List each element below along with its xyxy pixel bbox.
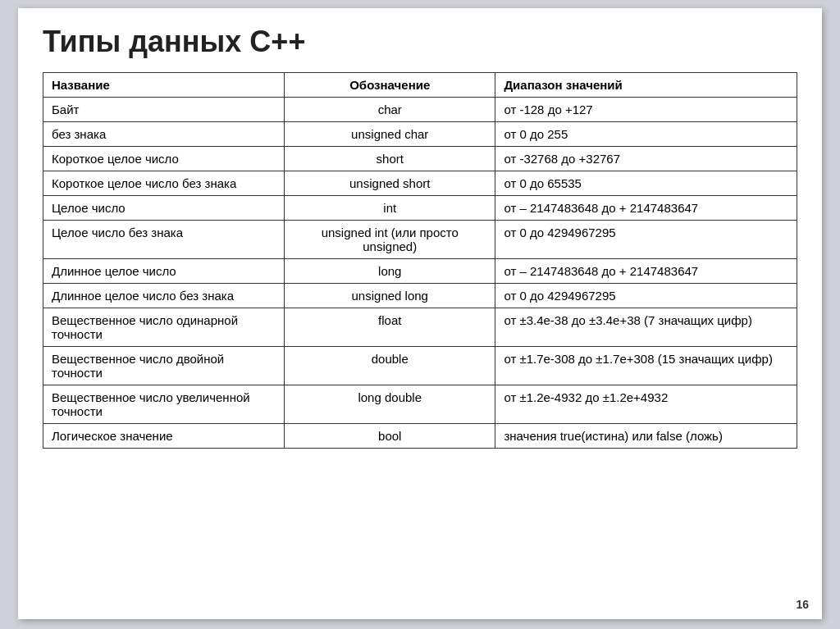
table-row: Короткое целое числоshortот -32768 до +3… bbox=[43, 147, 797, 171]
cell-notation: unsigned char bbox=[285, 122, 495, 147]
cell-name: без знака bbox=[43, 122, 285, 147]
cell-range: от ±3.4е-38 до ±3.4е+38 (7 значащих цифр… bbox=[495, 308, 797, 347]
cell-range: от 0 до 65535 bbox=[495, 171, 797, 196]
cell-range: от 0 до 255 bbox=[495, 122, 797, 147]
cell-notation: unsigned long bbox=[285, 284, 495, 308]
cell-notation: unsigned short bbox=[285, 171, 495, 196]
header-range: Диапазон значений bbox=[495, 73, 797, 98]
table-row: Целое число без знакаunsigned int (или п… bbox=[43, 221, 797, 259]
cell-name: Логическое значение bbox=[43, 424, 285, 449]
table-row: Байтcharот -128 до +127 bbox=[43, 98, 797, 122]
cell-name: Вещественное число одинарной точности bbox=[43, 308, 285, 347]
cell-notation: long bbox=[285, 259, 495, 284]
cell-name: Вещественное число увеличенной точности bbox=[43, 385, 285, 424]
cell-range: от ±1.2е-4932 до ±1.2е+4932 bbox=[495, 385, 797, 424]
cell-name: Целое число без знака bbox=[43, 221, 285, 259]
cell-range: от – 2147483648 до + 2147483647 bbox=[495, 196, 797, 221]
cell-range: от 0 до 4294967295 bbox=[495, 221, 797, 259]
table-row: Короткое целое число без знакаunsigned s… bbox=[43, 171, 797, 196]
table-row: Длинное целое числоlongот – 2147483648 д… bbox=[43, 259, 797, 284]
cell-name: Байт bbox=[43, 98, 285, 122]
header-name: Название bbox=[43, 73, 285, 98]
header-notation: Обозначение bbox=[285, 73, 495, 98]
cell-range: от -128 до +127 bbox=[495, 98, 797, 122]
cell-notation: double bbox=[285, 347, 495, 385]
cell-range: от – 2147483648 до + 2147483647 bbox=[495, 259, 797, 284]
table-row: Длинное целое число без знакаunsigned lo… bbox=[43, 284, 797, 308]
cell-range: от 0 до 4294967295 bbox=[495, 284, 797, 308]
cell-name: Вещественное число двойной точности bbox=[43, 347, 285, 385]
page-title: Типы данных С++ bbox=[43, 25, 797, 59]
cell-name: Длинное целое число без знака bbox=[43, 284, 285, 308]
page-number: 16 bbox=[792, 596, 812, 613]
table-row: без знакаunsigned charот 0 до 255 bbox=[43, 122, 797, 147]
table-header-row: Название Обозначение Диапазон значений bbox=[43, 73, 797, 98]
cell-notation: unsigned int (или просто unsigned) bbox=[285, 221, 495, 259]
table-row: Вещественное число увеличенной точностиl… bbox=[43, 385, 797, 424]
table-row: Логическое значениеboolзначения true(ист… bbox=[43, 424, 797, 449]
cell-name: Короткое целое число bbox=[43, 147, 285, 171]
slide: Типы данных С++ Название Обозначение Диа… bbox=[18, 8, 822, 619]
cell-name: Целое число bbox=[43, 196, 285, 221]
cell-name: Длинное целое число bbox=[43, 259, 285, 284]
cell-name: Короткое целое число без знака bbox=[43, 171, 285, 196]
table-row: Вещественное число одинарной точностиflo… bbox=[43, 308, 797, 347]
cell-notation: int bbox=[285, 196, 495, 221]
cell-notation: float bbox=[285, 308, 495, 347]
cell-range: значения true(истина) или false (ложь) bbox=[495, 424, 797, 449]
cell-notation: short bbox=[285, 147, 495, 171]
cell-notation: long double bbox=[285, 385, 495, 424]
table-row: Целое числоintот – 2147483648 до + 21474… bbox=[43, 196, 797, 221]
cell-range: от -32768 до +32767 bbox=[495, 147, 797, 171]
table-row: Вещественное число двойной точностиdoubl… bbox=[43, 347, 797, 385]
cell-notation: bool bbox=[285, 424, 495, 449]
cell-notation: char bbox=[285, 98, 495, 122]
data-types-table: Название Обозначение Диапазон значений Б… bbox=[43, 72, 797, 449]
cell-range: от ±1.7е-308 до ±1.7е+308 (15 значащих ц… bbox=[495, 347, 797, 385]
